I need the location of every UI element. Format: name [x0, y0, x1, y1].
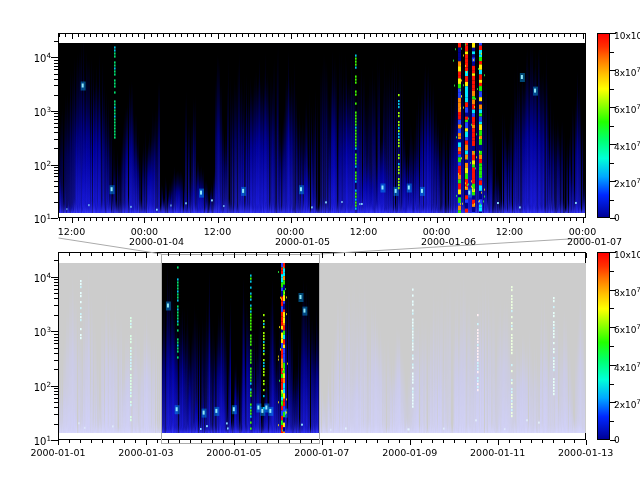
colorbar-tick-label: 10x107: [614, 247, 640, 260]
colorbar-tick-label: 8x107: [614, 65, 640, 78]
context-colorbar: [597, 252, 610, 440]
colorbar-tick-label: 2x107: [614, 397, 640, 410]
detail-spectrogram-image[interactable]: [59, 43, 585, 213]
spectrogram-figure: 12:0000:002000-01-0412:0000:002000-01-05…: [0, 0, 640, 480]
x-tick-label: 12:00: [350, 227, 377, 237]
x-tick-date-label: 2000-01-06: [421, 237, 476, 247]
colorbar-tick-label: 0: [614, 435, 620, 445]
colorbar-tick-label: 4x107: [614, 139, 640, 152]
x-tick-label: 2000-01-09: [382, 448, 437, 458]
detail-colorbar: [597, 33, 610, 218]
x-tick-label: 2000-01-03: [118, 448, 173, 458]
zoom-selection-box[interactable]: [161, 254, 320, 444]
y-tick-label: 101: [14, 212, 51, 225]
y-tick-label: 103: [14, 325, 51, 338]
x-tick-label: 2000-01-07: [294, 448, 349, 458]
x-tick-label: 12:00: [58, 227, 85, 237]
colorbar-tick-label: 4x107: [614, 360, 640, 373]
x-tick-label: 2000-01-13: [558, 448, 613, 458]
x-tick-label: 2000-01-05: [206, 448, 261, 458]
x-tick-date-label: 2000-01-04: [129, 237, 184, 247]
y-tick-label: 104: [14, 51, 51, 64]
x-tick-date-label: 2000-01-05: [275, 237, 330, 247]
x-tick-label: 12:00: [204, 227, 231, 237]
colorbar-tick-label: 2x107: [614, 176, 640, 189]
colorbar-tick-label: 6x107: [614, 322, 640, 335]
context-dimmed-region-right: [320, 263, 586, 433]
y-tick-label: 103: [14, 105, 51, 118]
x-tick-label: 2000-01-11: [470, 448, 525, 458]
y-tick-label: 102: [14, 159, 51, 172]
y-tick-label: 104: [14, 271, 51, 284]
x-tick-label: 2000-01-01: [30, 448, 85, 458]
x-tick-label: 12:00: [496, 227, 523, 237]
colorbar-tick-label: 6x107: [614, 102, 640, 115]
colorbar-tick-label: 0: [614, 213, 620, 223]
context-dimmed-region-left: [59, 263, 161, 433]
x-tick-date-label: 2000-01-07: [567, 237, 622, 247]
colorbar-tick-label: 10x107: [614, 28, 640, 41]
y-tick-label: 101: [14, 434, 51, 447]
colorbar-tick-label: 8x107: [614, 285, 640, 298]
y-tick-label: 102: [14, 380, 51, 393]
